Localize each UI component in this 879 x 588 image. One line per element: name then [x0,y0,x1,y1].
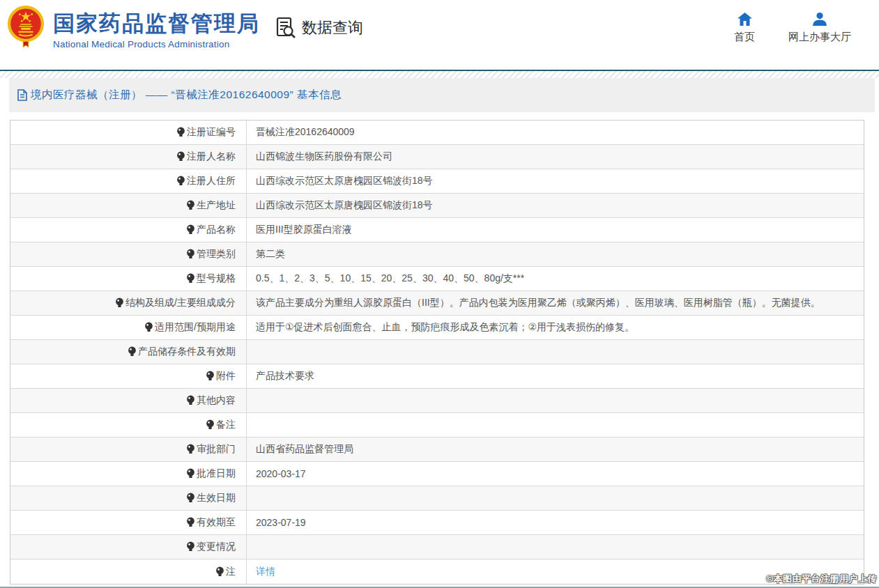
row-value: 第二类 [256,248,285,261]
home-icon [737,13,752,26]
row-value: 山西综改示范区太原唐槐园区锦波街18号 [256,175,433,187]
row-label-cell: 注册证编号 [10,121,247,144]
row-label-cell: 注册人名称 [10,145,247,169]
row-label: 其他内容 [197,394,236,407]
data-query-label: 数据查询 [302,17,363,38]
bulb-icon [176,176,185,187]
nav-service-hall-label: 网上办事大厅 [788,31,851,44]
row-value: 0.5、1、2、3、5、10、15、20、25、30、40、50、80g/支**… [256,272,524,285]
row-value-cell: 山西锦波生物医药股份有限公司 [247,145,864,169]
row-label-cell: 结构及组成/主要组成成分 [10,291,247,315]
table-row: 其他内容 [10,389,864,413]
row-value-cell: 山西省药品监督管理局 [247,438,864,461]
table-row: 适用范围/预期用途 适用于①促进术后创面愈合、止血，预防疤痕形成及色素沉着；②用… [10,316,864,340]
row-value: 山西综改示范区太原唐槐园区锦波街18号 [256,199,433,212]
row-value: 山西省药品监督管理局 [256,443,353,456]
row-label: 附件 [216,370,236,382]
row-label-cell: 注 [10,559,247,584]
nav-home-label: 首页 [734,31,755,44]
bulb-icon [186,541,195,552]
row-value-cell: 2023-07-19 [247,511,864,534]
row-label: 生效日期 [197,492,236,504]
bulb-icon [128,346,137,357]
hatch-strip [0,71,879,78]
watermark-text: ©本图由平台注册用户上传 [766,573,877,585]
data-query-section[interactable]: 数据查询 [276,17,363,39]
page-title: 境内医疗器械（注册） —— “晋械注准20162640009” 基本信息 [31,88,342,102]
row-value-cell: 晋械注准20162640009 [247,121,864,144]
table-row: 产品名称 医用III型胶原蛋白溶液 [10,218,864,242]
row-label: 适用范围/预期用途 [155,321,236,334]
row-value: 晋械注准20162640009 [256,126,355,139]
row-value-cell: 2020-03-17 [247,462,864,486]
bulb-icon [186,273,195,284]
row-label: 型号规格 [197,272,236,285]
table-row: 批准日期 2020-03-17 [10,462,864,486]
row-value: 山西锦波生物医药股份有限公司 [256,150,392,163]
table-row: 生效日期 [10,486,864,511]
table-row: 生产地址 山西综改示范区太原唐槐园区锦波街18号 [10,194,864,218]
bulb-icon [186,224,195,235]
row-label-cell: 有效期至 [10,511,247,534]
row-label-cell: 批准日期 [10,462,247,486]
row-value-cell: 适用于①促进术后创面愈合、止血，预防疤痕形成及色素沉着；②用于浅表损伤的修复。 [247,316,864,339]
row-label-cell: 其他内容 [10,389,247,412]
row-value: 适用于①促进术后创面愈合、止血，预防疤痕形成及色素沉着；②用于浅表损伤的修复。 [256,321,634,334]
row-label: 批准日期 [197,467,236,480]
table-row: 备注 [10,413,864,438]
row-label-cell: 注册人住所 [10,169,247,193]
row-value-cell [247,413,864,437]
table-row: 有效期至 2023-07-19 [10,511,864,535]
bulb-icon [186,517,195,528]
table-row: 变更情况 [10,535,864,559]
brand-title: 国家药品监督管理局 [53,11,260,36]
row-label: 注 [226,566,236,578]
nav-item-home[interactable]: 首页 [734,13,755,44]
bulb-icon [176,127,185,138]
row-label: 产品名称 [197,224,236,236]
bulb-icon [186,468,195,479]
top-nav: 首页 网上办事大厅 [734,13,851,44]
row-label-cell: 型号规格 [10,267,247,291]
row-label-cell: 产品储存条件及有效期 [10,340,247,364]
bulb-icon [186,200,195,211]
table-row: 注 详情 [10,559,864,584]
row-value-cell [247,486,864,510]
bulb-icon [176,151,185,162]
row-label-cell: 产品名称 [10,218,247,242]
bulb-icon [144,322,153,333]
row-value-cell: 该产品主要成分为重组人源胶原蛋白（III型）。产品内包装为医用聚乙烯（或聚丙烯）… [247,291,864,315]
row-label: 产品储存条件及有效期 [138,346,236,358]
row-value-cell: 医用III型胶原蛋白溶液 [247,218,864,242]
row-label: 注册人名称 [187,150,236,163]
row-value-cell [247,389,864,412]
row-label-cell: 备注 [10,413,247,437]
row-value: 产品技术要求 [256,370,314,382]
row-label-cell: 生产地址 [10,194,247,217]
row-value-cell: 产品技术要求 [247,364,864,388]
bulb-icon [215,566,224,578]
table-row: 注册证编号 晋械注准20162640009 [10,121,864,145]
row-label: 有效期至 [197,516,236,529]
document-search-icon [276,17,297,39]
table-row: 注册人住所 山西综改示范区太原唐槐园区锦波街18号 [10,169,864,194]
table-row: 附件 产品技术要求 [10,364,864,389]
bulb-icon [186,249,195,260]
bulb-icon [186,395,195,406]
brand-block: 国家药品监督管理局 National Medical Products Admi… [53,11,260,49]
row-label: 生产地址 [197,199,236,212]
user-icon [813,13,827,26]
table-row: 产品储存条件及有效期 [10,340,864,364]
details-link[interactable]: 详情 [256,566,275,578]
row-value-cell: 山西综改示范区太原唐槐园区锦波街18号 [247,194,864,217]
nav-item-service-hall[interactable]: 网上办事大厅 [788,13,851,44]
bulb-icon [186,444,195,455]
row-value: 医用III型胶原蛋白溶液 [256,224,352,236]
row-label: 管理类别 [197,248,236,261]
row-label-cell: 生效日期 [10,486,247,510]
document-icon [17,89,27,101]
row-label-cell: 审批部门 [10,438,247,461]
row-value-cell [247,535,864,559]
registration-info-table: 注册证编号 晋械注准20162640009 注册人名称 山西锦波生物医药股份有限… [10,120,864,585]
row-label-cell: 管理类别 [10,242,247,266]
